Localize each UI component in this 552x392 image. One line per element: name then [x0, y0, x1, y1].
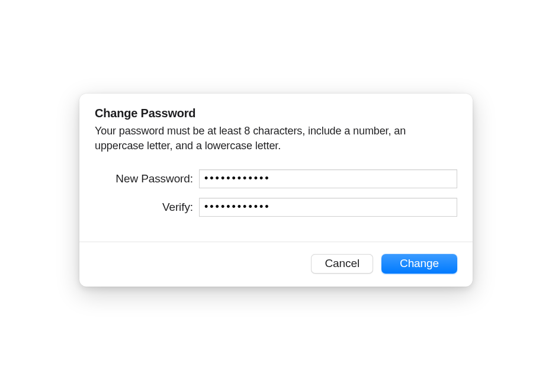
verify-password-row: Verify: — [95, 198, 457, 217]
verify-password-input[interactable] — [199, 198, 457, 217]
dialog-title: Change Password — [95, 107, 457, 120]
dialog-footer: Cancel Change — [79, 242, 473, 287]
new-password-input[interactable] — [199, 169, 457, 188]
verify-password-label: Verify: — [95, 201, 199, 214]
dialog-body: Change Password Your password must be at… — [79, 94, 473, 242]
new-password-row: New Password: — [95, 169, 457, 188]
new-password-label: New Password: — [95, 172, 199, 185]
change-password-dialog: Change Password Your password must be at… — [79, 94, 473, 287]
change-button[interactable]: Change — [381, 254, 457, 274]
window-background: Change Password Your password must be at… — [0, 0, 552, 392]
cancel-button[interactable]: Cancel — [311, 254, 373, 274]
dialog-description: Your password must be at least 8 charact… — [95, 124, 457, 153]
